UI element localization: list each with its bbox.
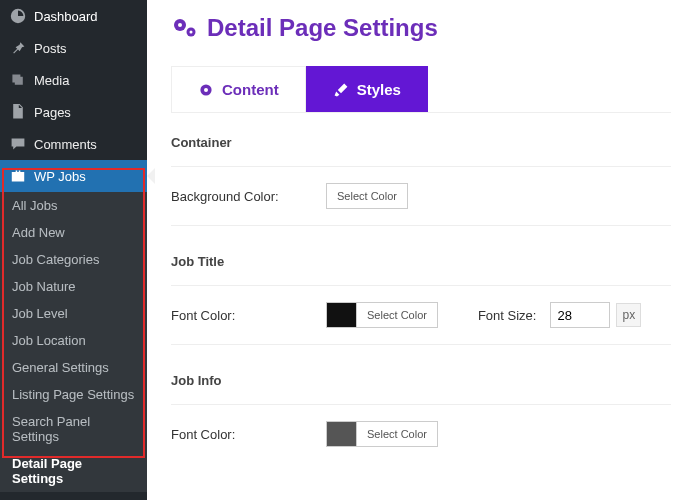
pin-icon [8,39,28,57]
sub-detail-page-settings[interactable]: Detail Page Settings [0,450,147,492]
menu-label: WP Jobs [34,169,86,184]
section-job-info: Job Info Font Color: Select Color [171,359,671,477]
select-color-button[interactable]: Select Color [326,183,408,209]
sub-general-settings[interactable]: General Settings [0,354,147,381]
tab-label: Content [222,81,279,98]
section-container: Container Background Color: Select Color [171,121,671,240]
section-title: Container [171,135,671,167]
sub-job-location[interactable]: Job Location [0,327,147,354]
menu-pages[interactable]: Pages [0,96,147,128]
color-swatch[interactable] [326,421,356,447]
menu-media[interactable]: Media [0,64,147,96]
select-color-button[interactable]: Select Color [356,421,438,447]
gears-icon [171,16,199,40]
brush-icon [333,82,349,98]
sub-job-categories[interactable]: Job Categories [0,246,147,273]
page-icon [8,103,28,121]
gear-icon [198,82,214,98]
admin-sidebar: Dashboard Posts Media Pages Comments [0,0,147,500]
page-title-text: Detail Page Settings [207,14,438,42]
row-background-color: Background Color: Select Color [171,167,671,226]
section-job-title: Job Title Font Color: Select Color Font … [171,240,671,359]
section-title: Job Title [171,254,671,286]
section-title: Job Info [171,373,671,405]
sub-search-panel-settings[interactable]: Search Panel Settings [0,408,147,450]
menu-posts[interactable]: Posts [0,32,147,64]
page-title: Detail Page Settings [171,14,671,42]
font-size-input[interactable] [550,302,610,328]
menu-comments[interactable]: Comments [0,128,147,160]
styles-panel: Container Background Color: Select Color… [171,112,671,477]
svg-point-3 [190,31,193,34]
color-swatch[interactable] [326,302,356,328]
sub-add-new[interactable]: Add New [0,219,147,246]
tab-styles[interactable]: Styles [306,66,428,112]
sub-listing-page-settings[interactable]: Listing Page Settings [0,381,147,408]
sub-all-jobs[interactable]: All Jobs [0,192,147,219]
menu-dashboard[interactable]: Dashboard [0,0,147,32]
tab-content[interactable]: Content [171,66,306,112]
menu-label: Media [34,73,69,88]
menu-wp-jobs[interactable]: WP Jobs [0,160,147,192]
svg-point-5 [204,88,208,92]
menu-label: Pages [34,105,71,120]
color-picker: Select Color [326,183,408,209]
menu-label: Comments [34,137,97,152]
menu-label: Posts [34,41,67,56]
media-icon [8,71,28,89]
menu-label: Dashboard [34,9,98,24]
main-content: Detail Page Settings Content Styles Cont… [147,0,695,500]
dashboard-icon [8,7,28,25]
submenu-wp-jobs: All Jobs Add New Job Categories Job Natu… [0,192,147,492]
row-font-color: Font Color: Select Color [171,405,671,463]
sub-job-level[interactable]: Job Level [0,300,147,327]
field-label: Font Color: [171,427,326,442]
field-label: Background Color: [171,189,326,204]
field-label: Font Size: [478,308,537,323]
menu-apply-form[interactable]: Apply Form [0,492,147,500]
svg-point-1 [178,23,182,27]
comments-icon [8,135,28,153]
color-picker: Select Color [326,421,438,447]
field-label: Font Color: [171,308,326,323]
select-color-button[interactable]: Select Color [356,302,438,328]
sub-job-nature[interactable]: Job Nature [0,273,147,300]
row-font-color-size: Font Color: Select Color Font Size: px [171,286,671,345]
color-picker: Select Color [326,302,438,328]
tabs: Content Styles [171,66,671,112]
briefcase-icon [8,167,28,185]
unit-label: px [616,303,641,327]
tab-label: Styles [357,81,401,98]
